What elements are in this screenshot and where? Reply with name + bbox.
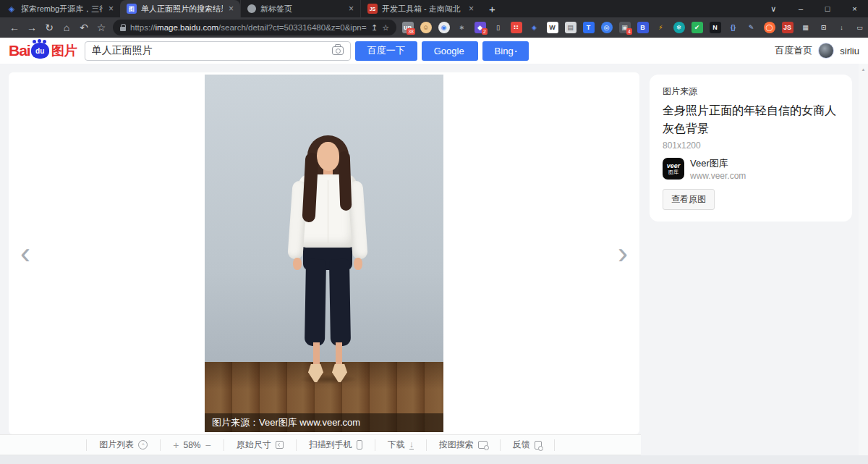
extension-icon[interactable]: ▯ — [490, 20, 506, 35]
extension-icon[interactable]: ↓ — [833, 20, 850, 35]
tab-favicon-globe-icon — [247, 4, 256, 13]
original-size-button[interactable]: 原始尺寸 — [224, 439, 296, 451]
feedback-icon — [535, 441, 542, 450]
extension-icon[interactable]: ∷ — [508, 20, 524, 35]
baidu-home-link[interactable]: 百度首页 — [775, 44, 812, 57]
lock-icon — [120, 27, 126, 31]
tab-search-chevron-icon[interactable]: ∨ — [770, 4, 776, 14]
username-text[interactable]: sirliu — [840, 46, 859, 56]
maximize-button[interactable]: □ — [825, 4, 830, 13]
photo-person — [205, 75, 443, 432]
tab-close-icon[interactable]: × — [227, 4, 234, 14]
extension-icon[interactable]: ▣ 4 — [616, 20, 633, 35]
extension-badge: 4 — [626, 28, 632, 35]
expand-icon — [276, 441, 284, 449]
zoom-in-button[interactable]: + — [173, 440, 179, 450]
zoom-out-button[interactable]: − — [205, 440, 211, 450]
close-button[interactable]: × — [852, 4, 856, 13]
scroll-up-icon[interactable]: ▲ — [859, 67, 868, 72]
new-tab-button[interactable]: + — [480, 0, 504, 17]
tab-close-icon[interactable]: × — [107, 4, 114, 14]
minimize-button[interactable]: – — [799, 4, 803, 13]
tab-new-tab[interactable]: 新标签页 × — [240, 0, 360, 17]
extension-icon[interactable]: {} — [725, 20, 741, 35]
forward-icon[interactable]: → — [23, 22, 41, 33]
view-original-button[interactable]: 查看原图 — [663, 189, 715, 210]
extension-icon[interactable]: ⚡ — [652, 20, 669, 35]
google-search-button[interactable]: Google — [422, 41, 478, 61]
tab-close-icon[interactable]: × — [347, 4, 354, 14]
image-dimensions: 801x1200 — [663, 140, 839, 151]
baidu-search-button[interactable]: 百度一下 — [355, 41, 417, 61]
extension-icon[interactable]: ✎ — [743, 20, 760, 35]
extension-icon[interactable]: ☺ — [417, 20, 434, 35]
extension-icon[interactable]: T — [580, 20, 597, 35]
photo-watermark-caption: 图片来源：Veer图库 www.veer.com — [205, 413, 443, 432]
extension-icon[interactable]: JS — [779, 20, 796, 35]
image-title[interactable]: 全身照片正面的年轻自信的女商人灰色背景 — [663, 102, 839, 138]
feedback-button[interactable]: 反馈 — [500, 439, 555, 451]
scan-to-phone-button[interactable]: 扫描到手机 — [296, 439, 375, 451]
tab-dev-toolbox[interactable]: JS 开发工具箱 - 走南闯北，千锤百... × — [360, 0, 480, 17]
undo-icon[interactable]: ↶ — [75, 22, 93, 33]
baidu-paw-icon: du — [31, 43, 49, 59]
tab-baidu-image-active[interactable]: 图 单人正面照片的搜索结果_百度图... × — [120, 0, 240, 17]
reload-icon[interactable]: ↻ — [41, 22, 58, 33]
extension-badge: 2 — [482, 28, 488, 35]
extension-icon[interactable]: ∗ — [454, 20, 470, 35]
bottom-strip — [0, 455, 868, 464]
search-input[interactable] — [92, 45, 332, 56]
extension-icon[interactable]: ◯ — [761, 20, 778, 35]
extension-icon[interactable]: B — [634, 20, 651, 35]
phone-icon — [357, 440, 362, 450]
image-viewer-panel: ‹ › — [9, 72, 639, 434]
bing-search-button[interactable]: Bing• — [482, 41, 529, 61]
search-by-image-button[interactable]: 按图搜索 — [426, 439, 500, 451]
header-right: 百度首页 sirliu — [775, 43, 859, 59]
tab-rembg[interactable]: ◈ 探索rembg开源库，三行代码轻... × — [0, 0, 120, 17]
next-image-arrow[interactable]: › — [618, 238, 628, 269]
url-bar[interactable]: https://image.baidu.com/search/detail?ct… — [113, 20, 396, 35]
source-row[interactable]: veer 图库 Veer图库 www.veer.com — [663, 157, 839, 181]
extension-icon[interactable]: ◉ — [435, 20, 452, 35]
extensions-bar: un 38 ☺ ◉ ∗ ◆ 2 ▯ ∷ — [399, 20, 868, 35]
home-icon[interactable]: ⌂ — [58, 22, 75, 33]
extension-icon[interactable]: ❄ — [671, 20, 687, 35]
extension-icon[interactable]: ▤ — [562, 20, 579, 35]
extension-icon[interactable]: ◆ 2 — [472, 20, 488, 35]
extension-icon[interactable]: un 38 — [399, 20, 416, 35]
back-icon[interactable]: ← — [6, 22, 23, 33]
share-icon[interactable]: ↥ — [371, 23, 378, 33]
extension-icon[interactable]: ◎ — [598, 20, 615, 35]
photo-woman-fullbody[interactable]: 图片来源：Veer图库 www.veer.com — [205, 75, 443, 432]
zoom-level: 58% — [183, 440, 200, 450]
tab-title: 单人正面照片的搜索结果_百度图... — [141, 4, 223, 14]
download-icon: ↓ — [409, 441, 414, 450]
extension-icon[interactable]: W — [544, 20, 561, 35]
collapse-circle-icon: ^ — [138, 440, 148, 450]
download-button[interactable]: 下载 ↓ — [375, 439, 426, 451]
bookmark-star-icon[interactable]: ☆ — [93, 22, 110, 33]
source-name[interactable]: Veer图库 — [690, 157, 746, 170]
tab-title: 开发工具箱 - 走南闯北，千锤百... — [382, 4, 463, 14]
baidu-image-logo[interactable]: Bai du 图片 — [9, 42, 77, 59]
image-list-button[interactable]: 图片列表 ^ — [86, 439, 160, 451]
url-path: /search/detail?ct=503316480&z=0&ipn=d&wo… — [218, 23, 367, 32]
extension-icon[interactable]: ◈ — [526, 20, 542, 35]
bing-badge-dot: • — [515, 48, 517, 54]
user-avatar[interactable] — [818, 43, 834, 59]
tab-close-icon[interactable]: × — [467, 4, 474, 14]
tab-favicon-baidu-icon: 图 — [127, 4, 137, 14]
extension-icon[interactable]: ▭ — [851, 20, 868, 35]
url-star-icon[interactable]: ☆ — [382, 23, 389, 33]
viewer-toolbar: 图片列表 ^ + 58% − 原始尺寸 扫描到手机 下载 ↓ 按图搜索 反馈 — [0, 434, 641, 455]
previous-image-arrow[interactable]: ‹ — [20, 238, 30, 269]
page-scrollbar[interactable]: ▲ ▼ — [859, 64, 868, 464]
camera-search-icon[interactable] — [332, 46, 344, 55]
extension-icon[interactable]: ✔ — [689, 20, 705, 35]
extension-icon[interactable]: ⊡ — [815, 20, 832, 35]
extension-icon[interactable]: N — [707, 20, 723, 35]
logo-suffix-text: 图片 — [51, 42, 77, 59]
extension-icon[interactable]: ▦ — [797, 20, 814, 35]
source-url[interactable]: www.veer.com — [690, 171, 746, 181]
